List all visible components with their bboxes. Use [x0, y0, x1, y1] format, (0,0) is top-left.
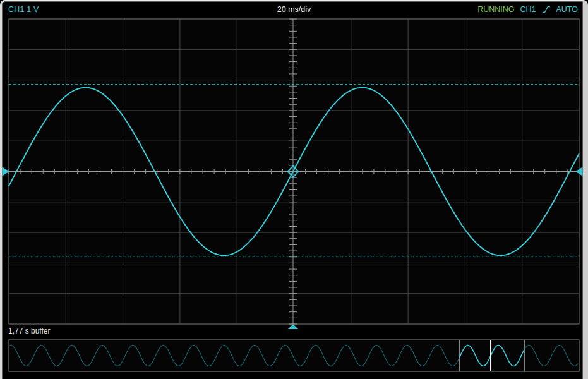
rising-edge-icon	[542, 5, 551, 14]
trigger-channel-label[interactable]: CH1	[520, 5, 536, 14]
trigger-mode-label[interactable]: AUTO	[556, 5, 579, 14]
scope-canvas	[0, 0, 588, 379]
topbar: CH1 1 V 20 ms/div RUNNING CH1 AUTO	[0, 0, 588, 19]
status-running-label: RUNNING	[477, 5, 514, 14]
channel-offset-marker-left[interactable]	[2, 167, 9, 176]
buffer-size-label: 1,77 s buffer	[8, 327, 51, 335]
trigger-position-marker[interactable]	[288, 324, 298, 329]
trigger-status-group: RUNNING CH1 AUTO	[477, 5, 578, 14]
oscilloscope-app: CH1 1 V 20 ms/div RUNNING CH1 AUTO 1,77 …	[0, 0, 588, 379]
